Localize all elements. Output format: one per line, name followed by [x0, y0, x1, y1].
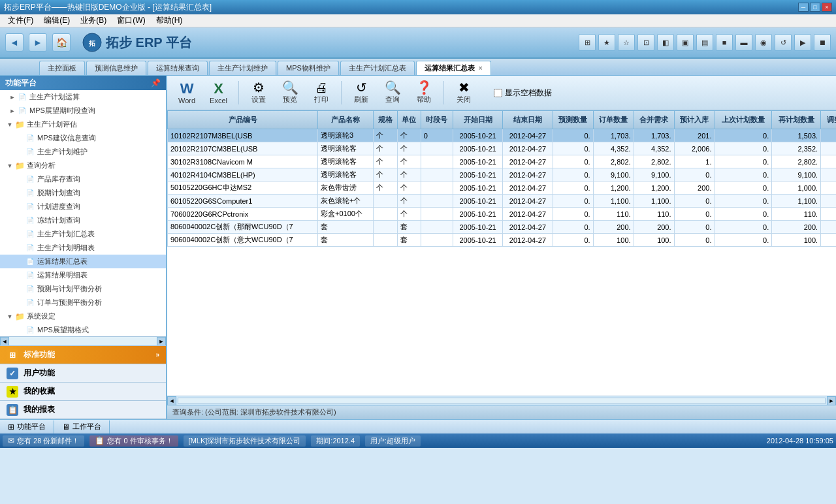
tree-item-product-stock[interactable]: 📄 产品库存查询 [0, 172, 166, 186]
menu-window[interactable]: 窗口(W) [112, 15, 150, 26]
sidebar-btn-reports[interactable]: 📋 我的报表 [0, 401, 166, 419]
tab-mps-maintain[interactable]: 主生产计划维护 [209, 61, 276, 75]
nav-icon-2[interactable]: ★ [598, 34, 615, 51]
settings-btn[interactable]: ⚙ 设置 [244, 78, 273, 107]
help-btn[interactable]: ❓ 帮助 [410, 78, 438, 107]
excel-btn[interactable]: X Excel [204, 79, 233, 107]
query-btn[interactable]: 🔍 查询 [378, 78, 407, 107]
show-empty-checkbox[interactable] [494, 89, 502, 97]
maximize-btn[interactable]: □ [810, 3, 820, 12]
tab-query[interactable]: 运算结果查询 [148, 61, 208, 75]
nav-icon-9[interactable]: ▬ [735, 34, 752, 51]
scroll-track[interactable] [178, 398, 826, 404]
nav-icon-11[interactable]: ↺ [775, 34, 792, 51]
sidebar-btn-favorites[interactable]: ★ 我的收藏 [0, 383, 166, 401]
sidebar-scroll-track[interactable] [9, 337, 157, 345]
tree-item-mps-calc[interactable]: ► 📄 主生产计划运算 [0, 90, 166, 104]
bottom-tab-label: 功能平台 [17, 422, 46, 432]
tree-item-result-detail[interactable]: 📄 运算结果明细表 [0, 268, 166, 282]
tab-mps-material[interactable]: MPS物料维护 [278, 61, 339, 75]
company-text: [MLK]深圳市拓步软件技术有限公司 [189, 436, 301, 446]
sidebar-btn-standard[interactable]: ⊞ 标准功能 » [0, 346, 166, 364]
table-row[interactable]: 70600220G6RCPctronix彩盒+0100个个2005-10-212… [168, 208, 837, 221]
tree-item-forecast-balance[interactable]: 📄 预测与计划平衡分析 [0, 282, 166, 296]
tree-item-order-balance[interactable]: 📄 订单与预测平衡分析 [0, 296, 166, 309]
home-btn[interactable]: 🏠 [52, 33, 71, 52]
nav-icon-1[interactable]: ⊞ [579, 34, 596, 51]
bottom-tab-label: 工作平台 [72, 422, 101, 432]
table-row[interactable]: 8060040002C创新（那耐WCU90D（7套套2005-10-212012… [168, 221, 837, 234]
tree-group-query[interactable]: ▼ 📁 查询分析 [0, 159, 166, 172]
table-cell: 100. [772, 234, 821, 247]
scroll-left-btn[interactable]: ◄ [167, 396, 176, 405]
nav-icon-play[interactable]: ▶ [794, 34, 811, 51]
table-cell: 2005-10-21 [453, 181, 502, 195]
table-row[interactable]: 20102R2107CM3BEL(USB透明滚轮客个个2005-10-21201… [168, 142, 837, 155]
menu-edit[interactable]: 编辑(E) [39, 15, 75, 26]
workspace-icon: 🖥 [62, 422, 70, 432]
tree-item-late-plan[interactable]: 📄 脱期计划查询 [0, 186, 166, 200]
menubar: 文件(F) 编辑(E) 业务(B) 窗口(W) 帮助(H) [0, 14, 836, 27]
nav-icon-10[interactable]: ◉ [755, 34, 772, 51]
tab-result-summary[interactable]: 运算结果汇总表× [416, 61, 491, 75]
star-icon: ★ [7, 386, 18, 398]
table-row[interactable]: 30102R3108CNavicom M透明滚轮客个个2005-10-21201… [168, 155, 837, 168]
menu-file[interactable]: 文件(F) [3, 15, 39, 26]
close-btn[interactable]: × [822, 3, 832, 12]
tree-item-mps-suggest[interactable]: 📄 MPS建议信息查询 [0, 131, 166, 145]
window-controls: ─ □ × [798, 3, 832, 12]
nav-icon-8[interactable]: ■ [716, 34, 733, 51]
tab-mps-summary[interactable]: 主生产计划汇总表 [340, 61, 415, 75]
taskbar-approval[interactable]: 📋 您有 0 件审核事务！ [89, 435, 178, 447]
tree-item-freeze-plan[interactable]: 📄 冻结计划查询 [0, 213, 166, 227]
table-cell: 2012-04-27 [503, 208, 553, 221]
back-btn[interactable]: ◄ [5, 33, 24, 52]
table-row[interactable]: 40102R4104CM3BEL(HP)透明滚轮客个个2005-10-21201… [168, 168, 837, 181]
print-btn[interactable]: 🖨 打印 [307, 78, 336, 107]
tree-group-system[interactable]: ▼ 📁 系统设定 [0, 309, 166, 323]
nav-icon-4[interactable]: ⊡ [637, 34, 654, 51]
sidebar-btn-user[interactable]: ✓ 用户功能 [0, 364, 166, 383]
tree-item-result-summary[interactable]: 📄 运算结果汇总表 [0, 255, 166, 268]
tab-forecast[interactable]: 预测信息维护 [86, 61, 146, 75]
minimize-btn[interactable]: ─ [798, 3, 809, 12]
forward-btn[interactable]: ► [29, 33, 47, 52]
sidebar-pin-icon[interactable]: 📌 [151, 78, 161, 87]
nav-icon-5[interactable]: ◧ [657, 34, 674, 51]
separator [443, 81, 444, 104]
menu-help[interactable]: 帮助(H) [151, 15, 188, 26]
query-label: 查询 [385, 95, 400, 104]
tree-item-mps-detail[interactable]: 📄 主生产计划明细表 [0, 241, 166, 255]
sidebar-scroll-left[interactable]: ◄ [0, 337, 9, 346]
table-cell [374, 234, 397, 247]
table-row[interactable]: 60105220G6SComputer1灰色滚轮+个个2005-10-21201… [168, 195, 837, 208]
tree-item-mps-maintain[interactable]: 📄 主生产计划维护 [0, 145, 166, 159]
preview-btn[interactable]: 🔍 预览 [276, 78, 304, 107]
table-row[interactable]: 50105220G6HC申达MS2灰色带齿涝个个2005-10-212012-0… [168, 181, 837, 195]
tab-close-icon[interactable]: × [479, 65, 483, 72]
tree-item-mps-horizon-format[interactable]: 📄 MPS展望期格式 [0, 323, 166, 336]
refresh-btn[interactable]: ↺ 刷新 [347, 78, 376, 107]
nav-icon-6[interactable]: ▣ [677, 34, 694, 51]
tree-item-mps-horizon[interactable]: ► 📄 MPS展望期时段查询 [0, 104, 166, 118]
scroll-right-btn[interactable]: ► [827, 396, 836, 405]
table-cell: 2,802. [593, 155, 634, 168]
taskbar-mail[interactable]: ✉ 您有 28 份新邮件！ [3, 435, 84, 447]
tab-dashboard[interactable]: 主控面板 [39, 61, 85, 75]
horizontal-scrollbar[interactable]: ◄ ► [167, 396, 836, 405]
nav-icon-7[interactable]: ▤ [696, 34, 713, 51]
table-row[interactable]: 9060040002C创新（意大WCU90D（7套套2005-10-212012… [168, 234, 837, 247]
sidebar-scroll-right[interactable]: ► [157, 337, 166, 346]
nav-icon-stop[interactable]: ⏹ [814, 34, 831, 51]
menu-business[interactable]: 业务(B) [75, 15, 112, 26]
nav-icon-3[interactable]: ☆ [618, 34, 635, 51]
tree-item-mps-summary[interactable]: 📄 主生产计划汇总表 [0, 227, 166, 241]
bottom-tab-functions[interactable]: ⊞ 功能平台 [0, 420, 54, 433]
word-btn[interactable]: W Word [172, 79, 201, 107]
table-row[interactable]: 10102R2107M3BEL(USB透明滚轮3个个02005-10-21201… [168, 129, 837, 142]
table-cell: 1. [674, 155, 715, 168]
close-btn[interactable]: ✖ 关闭 [449, 78, 478, 107]
bottom-tab-workspace[interactable]: 🖥 工作平台 [54, 420, 110, 433]
tree-item-plan-progress[interactable]: 📄 计划进度查询 [0, 200, 166, 213]
tree-group-eval[interactable]: ▼ 📁 主生产计划评估 [0, 118, 166, 131]
